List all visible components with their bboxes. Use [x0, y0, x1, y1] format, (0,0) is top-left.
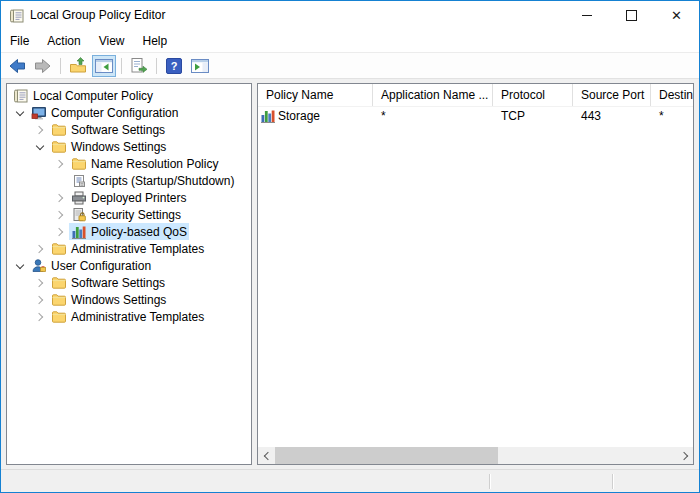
destination-cell: * — [651, 109, 664, 123]
chevron-right-icon[interactable] — [51, 223, 69, 240]
title-bar[interactable]: Local Group Policy Editor ✕ — [1, 1, 699, 30]
menu-action[interactable]: Action — [38, 31, 89, 52]
chevron-right-icon[interactable] — [51, 189, 69, 206]
show-action-pane-icon — [190, 56, 210, 76]
chevron-right-icon[interactable] — [51, 206, 69, 223]
minimize-icon — [582, 15, 592, 16]
toolbar-separator — [60, 58, 61, 74]
tree-item-label: Deployed Printers — [87, 191, 186, 205]
user-icon — [31, 258, 47, 274]
minimize-button[interactable] — [564, 1, 609, 30]
folder-icon — [51, 139, 67, 155]
column-header-application-name[interactable]: Application Name ... — [373, 84, 493, 106]
policy-name-value: Storage — [278, 109, 320, 123]
show-console-tree-button[interactable] — [92, 55, 116, 77]
help-button[interactable]: ? — [162, 55, 186, 77]
security-icon — [71, 207, 87, 223]
column-header-protocol[interactable]: Protocol — [493, 84, 573, 106]
window-title: Local Group Policy Editor — [30, 1, 564, 30]
forward-button[interactable] — [31, 55, 55, 77]
tree-item-label: User Configuration — [47, 259, 151, 273]
selected-tree-node[interactable]: Policy-based QoS — [69, 223, 189, 240]
tree-item-computer-configuration[interactable]: Computer Configuration — [7, 104, 251, 121]
export-list-icon — [129, 56, 149, 76]
tree-item-label: Windows Settings — [67, 140, 166, 154]
menu-bar: File Action View Help — [1, 30, 699, 53]
list-row-storage[interactable]: Storage * TCP 443 * — [258, 107, 693, 125]
chevron-down-icon[interactable] — [11, 104, 29, 121]
printer-icon — [71, 190, 87, 206]
chevron-right-icon[interactable] — [31, 308, 49, 325]
tree-item-local-computer-policy[interactable]: Local Computer Policy — [7, 87, 251, 104]
scrollbar-thumb[interactable] — [275, 447, 498, 464]
tree-item-user-configuration[interactable]: User Configuration — [7, 257, 251, 274]
help-icon: ? — [164, 56, 184, 76]
folder-icon — [71, 156, 87, 172]
export-list-button[interactable] — [127, 55, 151, 77]
tree-item-administrative-templates[interactable]: Administrative Templates — [7, 240, 251, 257]
chevron-down-icon[interactable] — [11, 257, 29, 274]
menu-view[interactable]: View — [90, 31, 134, 52]
maximize-button[interactable] — [609, 1, 654, 30]
maximize-icon — [626, 10, 637, 21]
protocol-cell: TCP — [493, 109, 573, 123]
tree-item-policy-based-qos[interactable]: Policy-based QoS — [7, 223, 251, 240]
status-bar — [1, 469, 699, 492]
gpo-scroll-icon — [13, 88, 29, 104]
tree-item-software-settings[interactable]: Software Settings — [7, 121, 251, 138]
tree-item-label: Administrative Templates — [67, 242, 204, 256]
show-action-pane-button[interactable] — [188, 55, 212, 77]
source-port-cell: 443 — [573, 109, 651, 123]
column-header-destination[interactable]: Destinat — [651, 84, 693, 106]
tree-item-user-software-settings[interactable]: Software Settings — [7, 274, 251, 291]
tree-item-windows-settings[interactable]: Windows Settings — [7, 138, 251, 155]
up-one-level-icon — [68, 56, 88, 76]
column-header-source-port[interactable]: Source Port — [573, 84, 651, 106]
computer-icon — [31, 105, 47, 121]
status-bar-divider — [612, 474, 614, 489]
close-icon: ✕ — [671, 9, 682, 22]
chevron-right-icon[interactable] — [31, 240, 49, 257]
tree-item-scripts[interactable]: Scripts (Startup/Shutdown) — [7, 172, 251, 189]
tree-item-deployed-printers[interactable]: Deployed Printers — [7, 189, 251, 206]
application-name-cell: * — [373, 109, 493, 123]
toolbar: ? — [1, 53, 699, 79]
tree-item-label: Windows Settings — [67, 293, 166, 307]
tree-item-label: Security Settings — [87, 208, 181, 222]
policy-name-cell: Storage — [258, 108, 373, 124]
close-button[interactable]: ✕ — [654, 1, 699, 30]
qos-chart-icon — [71, 224, 87, 240]
svg-text:?: ? — [171, 60, 178, 72]
tree-item-label: Software Settings — [67, 123, 165, 137]
chevron-right-icon[interactable] — [31, 121, 49, 138]
results-list-pane: Policy Name Application Name ... Protoco… — [257, 83, 694, 465]
chevron-right-icon[interactable] — [31, 291, 49, 308]
gpo-scroll-icon — [9, 8, 25, 24]
folder-icon — [51, 241, 67, 257]
back-button[interactable] — [5, 55, 29, 77]
up-one-level-button[interactable] — [66, 55, 90, 77]
scrollbar-track[interactable] — [275, 447, 676, 464]
folder-icon — [51, 122, 67, 138]
scroll-left-arrow-icon[interactable] — [258, 447, 275, 464]
folder-icon — [51, 309, 67, 325]
qos-chart-icon — [260, 108, 276, 124]
column-header-policy-name[interactable]: Policy Name — [258, 84, 373, 106]
tree-item-user-windows-settings[interactable]: Windows Settings — [7, 291, 251, 308]
tree-item-label: Local Computer Policy — [29, 89, 153, 103]
menu-help[interactable]: Help — [134, 31, 177, 52]
chevron-right-icon[interactable] — [51, 155, 69, 172]
tree-item-name-resolution-policy[interactable]: Name Resolution Policy — [7, 155, 251, 172]
chevron-down-icon[interactable] — [31, 138, 49, 155]
horizontal-scrollbar[interactable] — [258, 447, 693, 464]
show-console-tree-icon — [94, 56, 114, 76]
forward-arrow-icon — [33, 56, 53, 76]
scroll-right-arrow-icon[interactable] — [676, 447, 693, 464]
tree-item-security-settings[interactable]: Security Settings — [7, 206, 251, 223]
menu-file[interactable]: File — [1, 31, 38, 52]
tree-item-user-administrative-templates[interactable]: Administrative Templates — [7, 308, 251, 325]
status-bar-divider — [489, 474, 491, 489]
tree-item-label: Administrative Templates — [67, 310, 204, 324]
chevron-right-icon[interactable] — [31, 274, 49, 291]
tree-item-label: Name Resolution Policy — [87, 157, 218, 171]
